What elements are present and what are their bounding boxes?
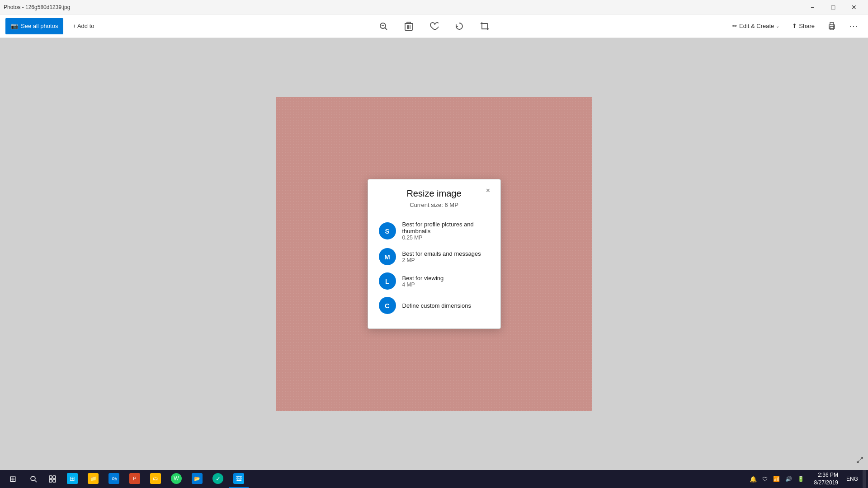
content-area: × Resize image Current size: 6 MP S Best… — [0, 38, 868, 470]
svg-rect-20 — [53, 479, 56, 482]
modal-title: Resize image — [379, 188, 490, 199]
modal-close-button[interactable]: × — [481, 184, 495, 197]
svg-rect-10 — [830, 23, 834, 25]
svg-point-15 — [31, 476, 35, 481]
task-view-button[interactable] — [43, 470, 61, 488]
taskbar-app-files[interactable]: 📁 — [83, 470, 103, 488]
option-s-sublabel: 0.25 MP — [402, 235, 490, 241]
chevron-down-icon: ⌄ — [776, 23, 779, 28]
modal-subtitle: Current size: 6 MP — [379, 202, 490, 208]
battery-icon[interactable]: 🔋 — [796, 470, 806, 488]
resize-image-modal: × Resize image Current size: 6 MP S Best… — [368, 179, 501, 329]
option-l-sublabel: 4 MP — [402, 282, 444, 288]
notification-icon[interactable]: 🔔 — [748, 470, 759, 488]
taskbar-app-windows[interactable]: ⊞ — [62, 470, 82, 488]
photo-image: × Resize image Current size: 6 MP S Best… — [276, 97, 592, 411]
svg-rect-18 — [53, 476, 56, 479]
share-icon: ⬆ — [792, 23, 797, 29]
clock-date: 8/27/2019 — [814, 479, 838, 487]
taskbar: ⊞ ⊞ 📁 🛍 P 🗂 W 📂 ✓ 🖼 — [0, 470, 868, 488]
option-m-sublabel: 2 MP — [402, 257, 481, 263]
svg-point-12 — [833, 26, 834, 27]
option-m-circle: M — [379, 248, 396, 265]
taskbar-app-store[interactable]: 🛍 — [104, 470, 124, 488]
share-button[interactable]: ⬆ Share — [788, 18, 819, 34]
language-indicator[interactable]: ENG — [843, 470, 862, 488]
add-to-button[interactable]: + Add to — [67, 18, 99, 34]
svg-line-1 — [385, 28, 387, 30]
start-button[interactable]: ⊞ — [2, 470, 24, 488]
option-s-circle: S — [379, 222, 396, 239]
zoom-button[interactable] — [374, 17, 392, 35]
maximize-button[interactable]: □ — [823, 0, 844, 14]
taskbar-app-whatsapp[interactable]: W — [166, 470, 186, 488]
more-button[interactable]: ⋯ — [844, 17, 863, 35]
resize-option-c[interactable]: C Define custom dimensions — [379, 293, 490, 318]
taskbar-app-check[interactable]: ✓ — [208, 470, 228, 488]
toolbar-center-icons — [374, 17, 494, 35]
see-all-photos-button[interactable]: 📷 See all photos — [5, 18, 63, 34]
svg-rect-19 — [49, 479, 52, 482]
taskbar-app-powerpoint[interactable]: P — [125, 470, 145, 488]
crop-button[interactable] — [476, 17, 494, 35]
favorite-button[interactable] — [425, 17, 443, 35]
title-bar-text: Photos - 126g580d1239.jpg — [4, 4, 802, 10]
resize-option-l[interactable]: L Best for viewing 4 MP — [379, 269, 490, 293]
expand-button[interactable] — [856, 456, 863, 465]
svg-rect-17 — [49, 476, 52, 479]
edit-create-icon: ✏ — [732, 23, 737, 29]
svg-rect-8 — [407, 22, 410, 23]
show-desktop-button[interactable] — [863, 470, 866, 488]
close-button[interactable]: ✕ — [844, 0, 864, 14]
taskbar-app-explorer[interactable]: 🗂 — [146, 470, 165, 488]
edit-create-button[interactable]: ✏ Edit & Create ⌄ — [728, 18, 784, 34]
volume-icon[interactable]: 🔊 — [783, 470, 794, 488]
minimize-button[interactable]: − — [802, 0, 823, 14]
taskbar-app-2[interactable]: 📂 — [187, 470, 207, 488]
option-c-circle: C — [379, 297, 396, 314]
title-bar-controls: − □ ✕ — [802, 0, 864, 14]
rotate-button[interactable] — [450, 17, 468, 35]
taskbar-clock[interactable]: 2:36 PM 8/27/2019 — [811, 471, 842, 487]
title-bar: Photos - 126g580d1239.jpg − □ ✕ — [0, 0, 868, 14]
network-icon[interactable]: 📶 — [771, 470, 782, 488]
search-button[interactable] — [24, 470, 42, 488]
resize-option-m[interactable]: M Best for emails and messages 2 MP — [379, 244, 490, 269]
taskbar-system-tray: 🔔 🛡 📶 🔊 🔋 — [744, 470, 810, 488]
print-button[interactable] — [823, 17, 841, 35]
resize-option-s[interactable]: S Best for profile pictures and thumbnai… — [379, 217, 490, 244]
taskbar-app-photos[interactable]: 🖼 — [229, 470, 249, 488]
toolbar: 📷 See all photos + Add to — [0, 14, 868, 38]
svg-line-16 — [35, 480, 37, 482]
clock-time: 2:36 PM — [814, 471, 838, 479]
antivirus-icon[interactable]: 🛡 — [760, 470, 769, 488]
option-l-circle: L — [379, 272, 396, 290]
delete-button[interactable] — [400, 17, 418, 35]
option-s-label: Best for profile pictures and thumbnails — [402, 221, 490, 235]
option-c-label: Define custom dimensions — [402, 302, 471, 309]
modal-overlay: × Resize image Current size: 6 MP S Best… — [276, 97, 592, 411]
toolbar-right: ✏ Edit & Create ⌄ ⬆ Share ⋯ — [728, 17, 863, 35]
option-m-label: Best for emails and messages — [402, 250, 481, 257]
option-l-label: Best for viewing — [402, 275, 444, 282]
photos-icon: 📷 — [11, 23, 18, 29]
